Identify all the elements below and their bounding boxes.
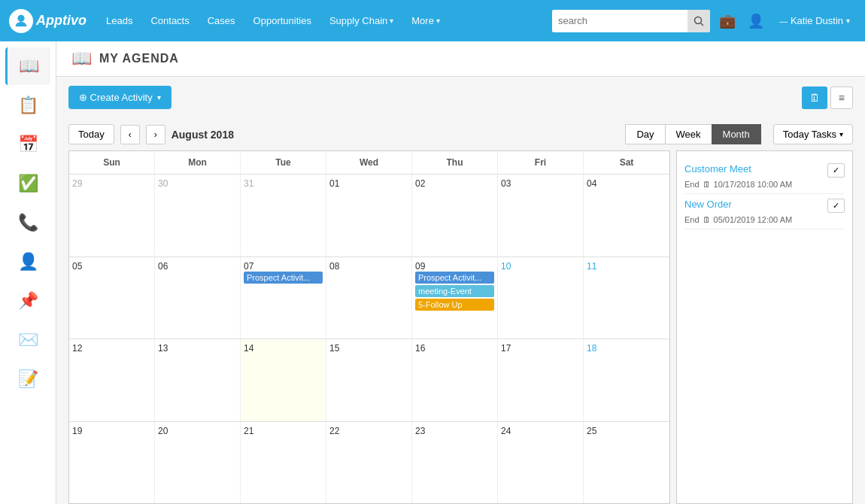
- calendar-nav: Today ‹ › August 2018 Day Week Month Tod…: [56, 118, 865, 150]
- svg-point-1: [694, 17, 701, 23]
- calendar-cell[interactable]: 29: [69, 175, 155, 257]
- user-name: Katie Dustin: [791, 15, 843, 26]
- list-icon: 📋: [18, 96, 38, 115]
- user-avatar: —: [779, 17, 788, 26]
- task-row: New Order ✓: [684, 199, 845, 213]
- nav-more[interactable]: More: [405, 11, 446, 31]
- sidebar-item-book[interactable]: 📖: [5, 47, 50, 85]
- task-end-label-2: End: [684, 215, 700, 224]
- calendar-cell[interactable]: 30: [155, 175, 241, 257]
- calendar-week-3: 12 13 14 15 16 17 18: [69, 339, 669, 422]
- sidebar-item-calendar[interactable]: 📅: [5, 126, 50, 163]
- next-button[interactable]: ›: [146, 125, 165, 144]
- calendar-grid: Sun Mon Tue Wed Thu Fri Sat 29 30 31 01: [68, 150, 670, 504]
- search-button[interactable]: [687, 10, 710, 32]
- calendar-cell[interactable]: 08: [326, 257, 412, 339]
- calendar-cell[interactable]: 24: [498, 422, 584, 504]
- prev-button[interactable]: ‹: [120, 125, 140, 144]
- pin-icon: 📌: [18, 291, 38, 311]
- calendar-cell[interactable]: 10: [498, 257, 584, 339]
- page-header-icon: 📖: [71, 49, 92, 68]
- sidebar-item-checklist[interactable]: ✅: [5, 165, 50, 202]
- app-logo[interactable]: Apptivo: [9, 9, 86, 33]
- calendar-header: Sun Mon Tue Wed Thu Fri Sat: [69, 151, 669, 175]
- calendar-cell[interactable]: 11: [584, 257, 669, 339]
- calendar-cell[interactable]: 20: [155, 422, 241, 504]
- task-check-button-2[interactable]: ✓: [827, 199, 845, 213]
- sidebar-item-pin[interactable]: 📌: [5, 282, 50, 320]
- create-activity-button[interactable]: ⊕ Create Activity: [68, 86, 171, 109]
- list-view-icon: ≡: [839, 92, 845, 104]
- sidebar-item-contact[interactable]: 👤: [5, 243, 50, 281]
- nav-contacts[interactable]: Contacts: [144, 11, 195, 31]
- calendar-cell-today[interactable]: 14: [241, 339, 326, 421]
- task-end-date-1: 10/17/2018 10:00 AM: [714, 180, 793, 189]
- calendar-cell[interactable]: 17: [498, 339, 584, 421]
- calendar-cell[interactable]: 18: [584, 339, 669, 421]
- create-activity-label: ⊕ Create Activity: [79, 92, 153, 103]
- nav-supply-chain[interactable]: Supply Chain: [323, 11, 399, 31]
- task-row: Customer Meet ✓: [684, 163, 845, 178]
- calendar-cell[interactable]: 19: [69, 422, 155, 504]
- logo-icon: [9, 9, 33, 33]
- calendar-cell[interactable]: 23: [412, 422, 498, 504]
- day-view-button[interactable]: Day: [625, 124, 665, 144]
- dow-thu: Thu: [412, 151, 498, 174]
- task-check-button-1[interactable]: ✓: [827, 163, 845, 178]
- calendar-view-button[interactable]: 🗓: [802, 87, 827, 109]
- sidebar-item-list[interactable]: 📋: [5, 87, 50, 124]
- calendar-cell[interactable]: 25: [584, 422, 669, 504]
- checklist-icon: ✅: [18, 174, 38, 193]
- calendar-cell[interactable]: 31: [241, 175, 326, 257]
- sidebar-item-phone[interactable]: 📞: [5, 204, 50, 241]
- calendar-cell[interactable]: 13: [155, 339, 241, 421]
- calendar-body: 29 30 31 01 02 03 04 05 06 07: [69, 175, 669, 503]
- task-item: New Order ✓ End 🗓 05/01/2019 12:00 AM: [684, 194, 845, 229]
- calendar-icon: 📅: [18, 135, 38, 154]
- calendar-cell[interactable]: 15: [326, 339, 412, 421]
- sidebar: 📖 📋 📅 ✅ 📞 👤 📌 ✉️ 📝: [0, 41, 56, 504]
- calendar-cell[interactable]: 07 Prospect Activit...: [241, 257, 326, 339]
- calendar-cell[interactable]: 03: [498, 175, 584, 257]
- event[interactable]: Prospect Activit...: [244, 272, 323, 284]
- list-view-button[interactable]: ≡: [830, 87, 853, 109]
- calendar-cell[interactable]: 04: [584, 175, 669, 257]
- person-icon[interactable]: 👤: [745, 10, 767, 32]
- dow-wed: Wed: [326, 151, 412, 174]
- calendar-cell[interactable]: 16: [412, 339, 498, 421]
- sidebar-item-email[interactable]: ✉️: [5, 321, 50, 359]
- task-meta: End 🗓 05/01/2019 12:00 AM: [684, 215, 845, 224]
- calendar-cell[interactable]: 01: [326, 175, 412, 257]
- content: 📖 MY AGENDA ⊕ Create Activity 🗓 ≡ Today …: [56, 41, 865, 504]
- week-view-button[interactable]: Week: [665, 124, 712, 144]
- task-link-customer-meet[interactable]: Customer Meet: [684, 163, 751, 175]
- calendar-cell[interactable]: 06: [155, 257, 241, 339]
- nav-opportunities[interactable]: Opportunities: [247, 11, 317, 31]
- note-icon: 📝: [18, 369, 38, 389]
- month-label: August 2018: [171, 129, 234, 141]
- month-view-button[interactable]: Month: [712, 124, 761, 144]
- nav-leads[interactable]: Leads: [100, 11, 138, 31]
- sidebar-item-note[interactable]: 📝: [5, 360, 50, 398]
- calendar-cell[interactable]: 12: [69, 339, 155, 421]
- topnav: Apptivo Leads Contacts Cases Opportuniti…: [0, 0, 865, 41]
- event[interactable]: meeting-Event: [415, 285, 494, 297]
- calendar-cell[interactable]: 09 Prospect Activit... meeting-Event 5-F…: [412, 257, 498, 339]
- calendar-cell[interactable]: 21: [241, 422, 326, 504]
- email-icon: ✉️: [18, 330, 38, 350]
- search-container: [552, 10, 710, 32]
- today-tasks-button[interactable]: Today Tasks: [773, 124, 853, 144]
- calendar-cell[interactable]: 05: [69, 257, 155, 339]
- nav-cases[interactable]: Cases: [202, 11, 241, 31]
- user-dropdown-icon: ▾: [846, 17, 850, 25]
- search-input[interactable]: [552, 10, 687, 32]
- today-button[interactable]: Today: [68, 124, 114, 144]
- task-link-new-order[interactable]: New Order: [684, 199, 732, 210]
- event[interactable]: 5-Follow Up: [415, 299, 494, 311]
- calendar-cell[interactable]: 22: [326, 422, 412, 504]
- user-menu[interactable]: — Katie Dustin ▾: [773, 12, 856, 29]
- briefcase-icon[interactable]: 💼: [716, 10, 739, 32]
- calendar-cell[interactable]: 02: [412, 175, 498, 257]
- event[interactable]: Prospect Activit...: [415, 272, 494, 284]
- main-layout: 📖 📋 📅 ✅ 📞 👤 📌 ✉️ 📝 📖 MY AG: [0, 41, 865, 504]
